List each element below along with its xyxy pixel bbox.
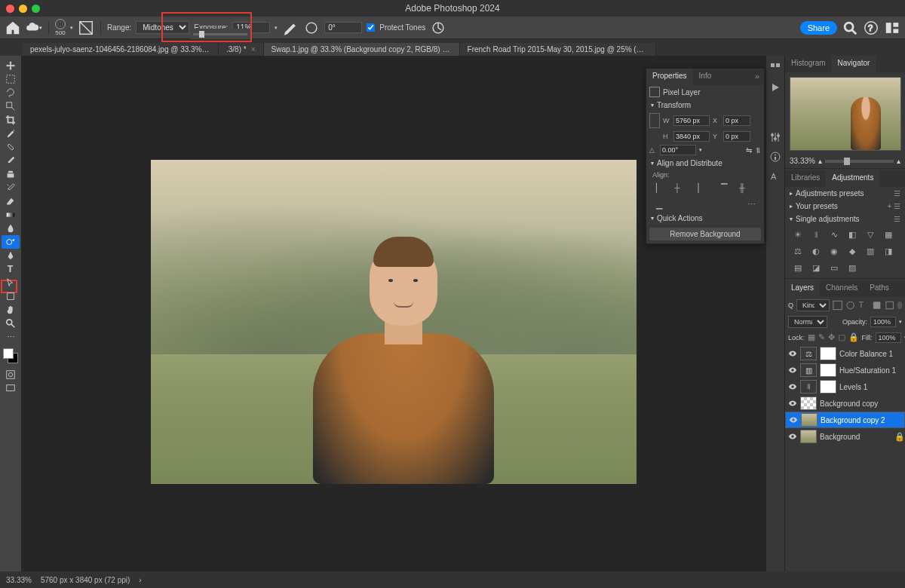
layer-row[interactable]: ▥Hue/Saturation 1 xyxy=(785,362,905,378)
photo-filter-icon[interactable]: ◉ xyxy=(827,245,841,257)
link-wh-icon[interactable] xyxy=(649,113,660,128)
layer-thumbnail[interactable] xyxy=(800,430,817,443)
layer-visibility-icon[interactable] xyxy=(788,366,797,375)
search-icon[interactable] xyxy=(842,20,858,36)
layer-row[interactable]: Background copy 2 xyxy=(785,412,905,428)
layer-filter-kind[interactable]: Kind xyxy=(796,299,830,311)
color-panel-icon[interactable] xyxy=(769,62,781,74)
opacity-input[interactable] xyxy=(870,317,896,327)
x-input[interactable] xyxy=(723,115,750,126)
filter-toggle[interactable] xyxy=(897,302,902,309)
properties-tab[interactable]: Properties xyxy=(646,69,693,85)
selection-tool[interactable] xyxy=(2,100,20,113)
navigator-thumbnail[interactable] xyxy=(790,77,901,151)
layers-tab[interactable]: Layers xyxy=(785,280,820,297)
align-hcenter-icon[interactable]: ┼ xyxy=(670,182,684,194)
blur-tool[interactable] xyxy=(2,222,20,235)
your-presets-header[interactable]: ▸Your presets+ ☰ xyxy=(785,200,905,213)
adjustments-tab[interactable]: Adjustments xyxy=(826,170,879,187)
exposure-icon[interactable]: ◧ xyxy=(845,228,859,240)
play-icon[interactable] xyxy=(769,81,781,93)
angle-input[interactable] xyxy=(324,22,362,33)
layer-name[interactable]: Color Balance 1 xyxy=(839,350,902,358)
lasso-tool[interactable] xyxy=(2,86,20,100)
zoom-in-icon[interactable]: ▴ xyxy=(897,157,900,165)
tablet-pressure-icon[interactable] xyxy=(430,20,446,36)
width-input[interactable] xyxy=(673,115,710,126)
close-tab-icon[interactable]: × xyxy=(449,45,454,54)
layer-visibility-icon[interactable] xyxy=(788,432,797,441)
layer-mask-thumb[interactable] xyxy=(820,347,836,360)
layer-name[interactable]: Background xyxy=(820,433,891,441)
layer-name[interactable]: Background copy xyxy=(820,400,902,408)
filter-shape-icon[interactable] xyxy=(872,300,882,311)
navigator-zoom-value[interactable]: 33.33% xyxy=(790,157,815,165)
levels-icon[interactable]: ⫴ xyxy=(809,228,823,240)
layer-name[interactable]: Levels 1 xyxy=(839,383,902,391)
brush-preset-picker[interactable]: 500 xyxy=(55,19,66,36)
layer-row[interactable]: Background copy xyxy=(785,395,905,412)
quickmask-icon[interactable] xyxy=(2,368,20,381)
type-tool[interactable]: T xyxy=(2,262,20,276)
protect-tones-checkbox[interactable] xyxy=(367,23,375,32)
align-right-icon[interactable]: ▕ xyxy=(689,182,702,194)
layer-mask-thumb[interactable] xyxy=(820,363,836,377)
remove-background-button[interactable]: Remove Background xyxy=(649,228,761,240)
paths-tab[interactable]: Paths xyxy=(864,280,895,297)
hue-sat-icon[interactable]: ▦ xyxy=(882,228,895,240)
align-more-icon[interactable]: ⋯ xyxy=(744,198,758,210)
layer-thumbnail[interactable] xyxy=(800,397,817,410)
layer-name[interactable]: Hue/Saturation 1 xyxy=(839,366,902,375)
clone-stamp-tool[interactable] xyxy=(2,167,20,181)
angle-input[interactable] xyxy=(660,145,696,155)
lock-position-icon[interactable]: ✥ xyxy=(828,332,835,343)
lock-artboard-icon[interactable]: ▢ xyxy=(838,332,845,343)
home-icon[interactable] xyxy=(5,20,21,36)
layer-thumbnail[interactable] xyxy=(801,413,818,427)
layer-row[interactable]: Background🔒 xyxy=(785,428,905,445)
pressure-icon[interactable] xyxy=(303,20,320,36)
flip-h-icon[interactable]: ⇋ xyxy=(746,146,752,155)
vibrance-icon[interactable]: ▽ xyxy=(864,228,877,240)
brightness-icon[interactable]: ☀ xyxy=(791,228,805,240)
adjustments-presets-header[interactable]: ▸Adjustments presets☰ xyxy=(785,187,905,200)
libraries-tab[interactable]: Libraries xyxy=(785,170,826,187)
channels-tab[interactable]: Channels xyxy=(820,280,864,297)
navigator-tab[interactable]: Navigator xyxy=(832,56,876,72)
quick-actions-section[interactable]: ▾Quick Actions xyxy=(646,212,764,225)
eraser-tool[interactable] xyxy=(2,194,20,208)
lock-icon[interactable]: 🔒 xyxy=(894,432,902,442)
workspace-icon[interactable] xyxy=(884,20,900,36)
layer-visibility-icon[interactable] xyxy=(788,399,797,408)
airbrush-icon[interactable] xyxy=(282,20,299,36)
healing-tool[interactable] xyxy=(2,140,20,154)
pen-tool[interactable] xyxy=(2,249,20,262)
align-section[interactable]: ▾Align and Distribute xyxy=(646,157,764,170)
path-select-tool[interactable] xyxy=(2,276,20,289)
transform-section[interactable]: ▾Transform xyxy=(646,99,764,112)
color-lookup-icon[interactable]: ▥ xyxy=(864,245,877,257)
filter-adjust-icon[interactable] xyxy=(845,300,855,311)
color-swatches[interactable] xyxy=(3,348,18,363)
exposure-slider-popup[interactable] xyxy=(190,29,250,39)
character-panel-icon[interactable]: A xyxy=(769,170,781,182)
hand-tool[interactable] xyxy=(2,303,20,317)
filter-type-icon[interactable]: T xyxy=(859,300,869,311)
lock-pixels-icon[interactable]: ✎ xyxy=(818,332,825,343)
share-button[interactable]: Share xyxy=(800,21,837,35)
marquee-tool[interactable] xyxy=(2,72,20,86)
status-zoom[interactable]: 33.33% xyxy=(6,576,32,584)
lock-transparency-icon[interactable]: ▦ xyxy=(808,332,815,343)
layer-visibility-icon[interactable] xyxy=(789,415,798,424)
layer-row[interactable]: ⫴Levels 1 xyxy=(785,378,905,395)
more-tools[interactable]: ⋯ xyxy=(2,330,20,344)
screen-mode-icon[interactable] xyxy=(2,381,20,395)
shape-tool[interactable] xyxy=(2,289,20,303)
cloud-docs-icon[interactable]: ▾ xyxy=(26,20,42,36)
lock-all-icon[interactable]: 🔒 xyxy=(848,332,859,343)
document-canvas[interactable] xyxy=(151,160,637,484)
layer-row[interactable]: ⚖Color Balance 1 xyxy=(785,345,905,362)
document-tab[interactable]: Swap.1.jpg @ 33.3% (Background copy 2, R… xyxy=(264,43,460,56)
flip-v-icon[interactable]: ⥮ xyxy=(755,146,761,155)
align-left-icon[interactable]: ▏ xyxy=(652,182,666,194)
